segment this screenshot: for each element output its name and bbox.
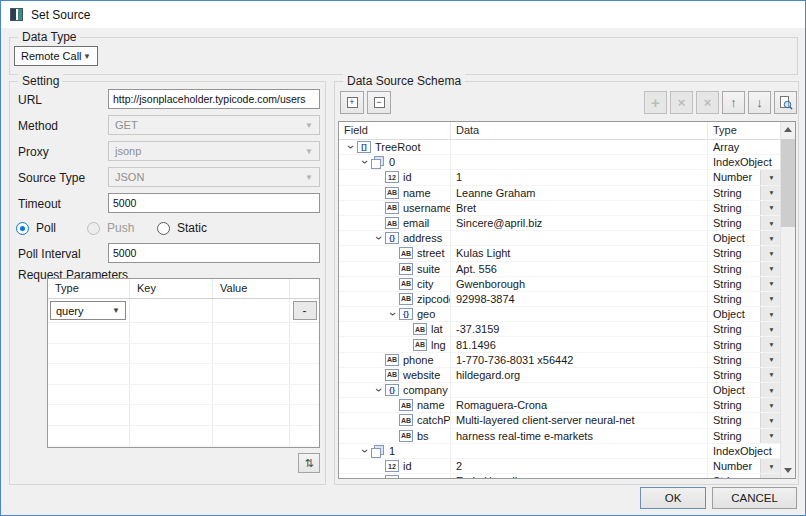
param-table-empty-row[interactable]: [48, 405, 319, 426]
type-dropdown-button[interactable]: ▼: [760, 429, 780, 443]
type-dropdown-button[interactable]: ▼: [760, 413, 780, 427]
chevron-down-icon[interactable]: ›: [359, 444, 371, 457]
tree-row[interactable]: ABnameErvin HowellString▼: [339, 474, 780, 478]
tree-field-label: username: [403, 202, 451, 214]
param-table-empty-row[interactable]: [48, 364, 319, 385]
param-key-cell[interactable]: [130, 299, 213, 322]
type-dropdown-button[interactable]: ▼: [760, 231, 780, 245]
scroll-up-button[interactable]: [781, 122, 795, 137]
param-table-empty-row[interactable]: [48, 385, 319, 406]
type-dropdown-button[interactable]: ▼: [760, 246, 780, 260]
radio-push[interactable]: Push: [87, 220, 134, 236]
preview-button[interactable]: [774, 91, 797, 114]
url-input[interactable]: [108, 89, 320, 109]
ok-button[interactable]: OK: [640, 487, 706, 509]
type-dropdown-button[interactable]: ▼: [760, 337, 780, 351]
add-field-button[interactable]: +: [644, 91, 667, 114]
tree-row[interactable]: ›[]TreeRootArray: [339, 140, 780, 155]
source-type-select[interactable]: JSON ▼: [108, 167, 320, 187]
tree-row[interactable]: 12id2Number▼: [339, 459, 780, 474]
tree-field-cell: ABname: [339, 474, 451, 478]
data-type-select[interactable]: Remote Call ▼: [14, 46, 98, 66]
tree-row[interactable]: ABbsharness real-time e-marketsString▼: [339, 429, 780, 444]
param-table-empty-row[interactable]: [48, 323, 319, 344]
remove-parameter-button[interactable]: -: [293, 301, 317, 320]
collapse-all-button[interactable]: −: [367, 91, 391, 114]
chevron-down-icon[interactable]: ›: [359, 156, 371, 169]
chevron-down-icon[interactable]: ›: [373, 384, 385, 397]
type-dropdown-button[interactable]: ▼: [760, 170, 780, 184]
method-label: Method: [18, 119, 58, 133]
tree-row[interactable]: ABcatchPhraseMulti-layered client-server…: [339, 413, 780, 428]
tree-row[interactable]: ABphone1-770-736-8031 x56442String▼: [339, 353, 780, 368]
tree-row[interactable]: ABwebsitehildegard.orgString▼: [339, 368, 780, 383]
proxy-select[interactable]: jsonp ▼: [108, 141, 320, 161]
type-dropdown-button[interactable]: ▼: [760, 277, 780, 291]
tree-row[interactable]: ›0IndexObject: [339, 155, 780, 170]
tree-row[interactable]: ›{}companyObject▼: [339, 383, 780, 398]
param-table-empty-row[interactable]: [48, 344, 319, 365]
type-dropdown-button[interactable]: ▼: [760, 292, 780, 306]
delete-field-button[interactable]: ×: [670, 91, 693, 114]
scroll-down-button[interactable]: [781, 463, 795, 478]
refresh-button[interactable]: ⇅: [298, 453, 320, 473]
param-col-value: Value: [213, 279, 290, 298]
scrollbar-track[interactable]: [781, 137, 795, 463]
tree-row[interactable]: ABemailSincere@april.bizString▼: [339, 216, 780, 231]
type-dropdown-button[interactable]: ▼: [760, 383, 780, 397]
schema-group-label: Data Source Schema: [343, 74, 465, 88]
tree-row[interactable]: ABnameLeanne GrahamString▼: [339, 186, 780, 201]
method-selected-value: GET: [115, 119, 138, 131]
tree-vertical-scrollbar[interactable]: [780, 122, 795, 478]
chevron-down-icon[interactable]: ›: [387, 308, 399, 321]
type-dropdown-button[interactable]: ▼: [760, 459, 780, 473]
param-value-cell[interactable]: [213, 299, 290, 322]
method-select[interactable]: GET ▼: [108, 115, 320, 135]
tree-field-cell: ›1: [339, 444, 451, 458]
type-dropdown-button[interactable]: ▼: [760, 474, 780, 478]
tree-row[interactable]: ABsuiteApt. 556String▼: [339, 262, 780, 277]
tree-row[interactable]: ABusernameBretString▼: [339, 201, 780, 216]
type-dropdown-button[interactable]: ▼: [760, 186, 780, 200]
type-dropdown-button[interactable]: ▼: [760, 353, 780, 367]
tree-row[interactable]: ABlng81.1496String▼: [339, 337, 780, 352]
radio-static[interactable]: Static: [157, 220, 207, 236]
tree-row[interactable]: ABzipcode92998-3874String▼: [339, 292, 780, 307]
type-dropdown-button[interactable]: ▼: [760, 398, 780, 412]
move-up-button[interactable]: ↑: [722, 91, 745, 114]
window-title: Set Source: [31, 8, 90, 22]
radio-poll[interactable]: Poll: [16, 220, 56, 236]
tree-row[interactable]: 12id1Number▼: [339, 170, 780, 185]
type-dropdown-button[interactable]: ▼: [760, 201, 780, 215]
tree-row[interactable]: ABstreetKulas LightString▼: [339, 246, 780, 261]
tree-col-field: Field: [339, 122, 451, 139]
param-type-select[interactable]: query ▼: [50, 301, 126, 320]
chevron-down-icon[interactable]: ›: [345, 141, 357, 154]
type-dropdown-button[interactable]: ▼: [760, 262, 780, 276]
type-dropdown-button[interactable]: ▼: [760, 322, 780, 336]
type-dropdown-button[interactable]: ▼: [760, 307, 780, 321]
tree-row[interactable]: ›1IndexObject: [339, 444, 780, 459]
cancel-button[interactable]: CANCEL: [712, 487, 797, 509]
tree-row[interactable]: ›{}addressObject▼: [339, 231, 780, 246]
tree-row[interactable]: ABlat-37.3159String▼: [339, 322, 780, 337]
type-dropdown-button[interactable]: ▼: [760, 216, 780, 230]
tree-field-label: 1: [389, 445, 395, 457]
chevron-down-icon[interactable]: ›: [373, 232, 385, 245]
delete-all-button[interactable]: ×: [696, 91, 719, 114]
move-down-button[interactable]: ↓: [748, 91, 771, 114]
scrollbar-thumb[interactable]: [781, 139, 795, 227]
tree-row[interactable]: ABnameRomaguera-CronaString▼: [339, 398, 780, 413]
poll-interval-input[interactable]: [108, 243, 320, 263]
type-dropdown-button[interactable]: ▼: [760, 368, 780, 382]
tree-row[interactable]: ABcityGwenboroughString▼: [339, 277, 780, 292]
param-table-empty-row[interactable]: [48, 426, 319, 447]
string-icon: AB: [385, 217, 399, 229]
tree-data-cell: [451, 444, 708, 458]
expand-all-button[interactable]: +: [340, 91, 364, 114]
timeout-input[interactable]: [108, 193, 320, 213]
expand-all-icon: +: [347, 97, 358, 108]
param-cell: [213, 323, 290, 343]
tree-row[interactable]: ›{}geoObject▼: [339, 307, 780, 322]
source-type-selected-value: JSON: [115, 171, 144, 183]
